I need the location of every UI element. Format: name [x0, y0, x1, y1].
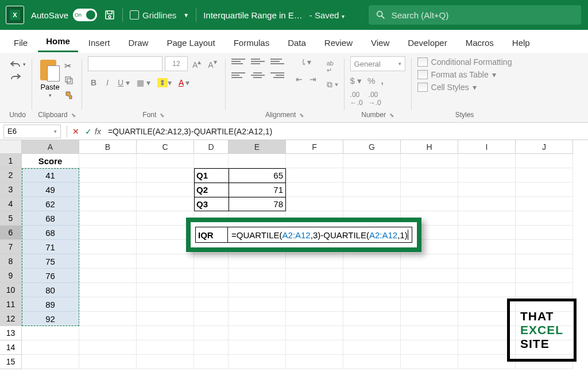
cell-J5[interactable]	[516, 211, 573, 226]
cell-F3[interactable]	[286, 183, 343, 197]
cell-H15[interactable]	[401, 355, 458, 369]
save-status[interactable]: - Saved ▾	[310, 10, 345, 20]
cell-D9[interactable]	[194, 269, 229, 283]
cell-A7[interactable]: 71	[22, 240, 79, 254]
cell-J3[interactable]	[516, 183, 573, 197]
cell-F10[interactable]	[286, 283, 343, 297]
clipboard-dialog-icon[interactable]: ⬊	[71, 112, 76, 118]
tab-help[interactable]: Help	[504, 33, 538, 52]
cell-C12[interactable]	[137, 312, 194, 326]
orientation-button[interactable]: ⤹▾	[293, 56, 319, 68]
cell-J4[interactable]	[516, 197, 573, 211]
cell-C15[interactable]	[137, 355, 194, 369]
cell-E10[interactable]	[229, 283, 286, 297]
cell-J6[interactable]	[516, 226, 573, 240]
tab-page-layout[interactable]: Page Layout	[158, 33, 223, 52]
cell-B15[interactable]	[79, 355, 137, 369]
row-header-12[interactable]: 12	[0, 312, 22, 326]
row-header-6[interactable]: 6	[0, 226, 22, 240]
cell-B5[interactable]	[79, 211, 137, 226]
fx-icon[interactable]: fx	[95, 127, 101, 136]
increase-font-button[interactable]: A▴	[190, 57, 203, 71]
cell-D8[interactable]	[194, 254, 229, 269]
column-header-I[interactable]: I	[458, 140, 516, 154]
cell-B8[interactable]	[79, 254, 137, 269]
cell-J8[interactable]	[516, 254, 573, 269]
cell-D1[interactable]	[194, 154, 229, 168]
percent-button[interactable]: %	[368, 76, 375, 86]
cell-F13[interactable]	[286, 326, 343, 340]
cell-H1[interactable]	[401, 154, 458, 168]
cell-F11[interactable]	[286, 297, 343, 312]
cell-I7[interactable]	[458, 240, 516, 254]
cell-F15[interactable]	[286, 355, 343, 369]
cell-E2[interactable]: 65	[229, 168, 286, 183]
cell-A4[interactable]: 62	[22, 197, 79, 211]
underline-button[interactable]: U ▾	[115, 77, 132, 88]
column-header-E[interactable]: E	[229, 140, 286, 154]
cell-J7[interactable]	[516, 240, 573, 254]
cell-B9[interactable]	[79, 269, 137, 283]
font-dialog-icon[interactable]: ⬊	[160, 112, 164, 118]
cell-H8[interactable]	[401, 254, 458, 269]
cell-C2[interactable]	[137, 168, 194, 183]
cell-styles-button[interactable]: Cell Styles ▾	[417, 83, 477, 92]
cell-G13[interactable]	[343, 326, 401, 340]
row-header-15[interactable]: 15	[0, 355, 22, 369]
bold-button[interactable]: B	[88, 77, 99, 88]
cell-C9[interactable]	[137, 269, 194, 283]
search-box[interactable]: Search (Alt+Q)	[369, 5, 581, 25]
cell-B2[interactable]	[79, 168, 137, 183]
cell-A1[interactable]: Score	[22, 154, 79, 168]
cell-H3[interactable]	[401, 183, 458, 197]
cell-H11[interactable]	[401, 297, 458, 312]
decrease-indent-button[interactable]: ⇤	[293, 73, 305, 85]
cell-A13[interactable]	[22, 326, 79, 340]
cell-C8[interactable]	[137, 254, 194, 269]
cell-A5[interactable]: 68	[22, 211, 79, 226]
gridlines-checkbox[interactable]: Gridlines	[130, 10, 176, 20]
font-size-selector[interactable]: 12	[165, 56, 188, 71]
cell-I2[interactable]	[458, 168, 516, 183]
tab-insert[interactable]: Insert	[80, 33, 118, 52]
cell-B11[interactable]	[79, 297, 137, 312]
cell-F12[interactable]	[286, 312, 343, 326]
cell-B13[interactable]	[79, 326, 137, 340]
cell-E15[interactable]	[229, 355, 286, 369]
cell-E3[interactable]: 71	[229, 183, 286, 197]
cancel-formula-button[interactable]: ✕	[69, 127, 82, 136]
decrease-font-button[interactable]: A▾	[206, 57, 219, 71]
border-button[interactable]: ▦ ▾	[134, 77, 153, 88]
cell-E12[interactable]	[229, 312, 286, 326]
spreadsheet-grid[interactable]: ABCDEFGHIJ 123456789101112131415 Score41…	[0, 140, 588, 369]
formula-input[interactable]: =QUARTILE(A2:A12,3)-QUARTILE(A2:A12,1)	[106, 127, 588, 136]
cell-E9[interactable]	[229, 269, 286, 283]
row-header-10[interactable]: 10	[0, 283, 22, 297]
redo-button[interactable]	[9, 72, 22, 82]
name-box[interactable]: E6▾	[3, 125, 61, 138]
tab-review[interactable]: Review	[316, 33, 361, 52]
cell-D15[interactable]	[194, 355, 229, 369]
cell-H4[interactable]	[401, 197, 458, 211]
cell-I10[interactable]	[458, 283, 516, 297]
fill-color-button[interactable]: ⬍▾	[155, 77, 174, 88]
cell-H12[interactable]	[401, 312, 458, 326]
cell-D14[interactable]	[194, 340, 229, 355]
cell-C7[interactable]	[137, 240, 194, 254]
tab-macros[interactable]: Macros	[458, 33, 502, 52]
tab-home[interactable]: Home	[38, 32, 78, 52]
number-format-selector[interactable]: General▾	[350, 56, 405, 71]
cell-C14[interactable]	[137, 340, 194, 355]
column-header-C[interactable]: C	[137, 140, 194, 154]
cell-A11[interactable]: 89	[22, 297, 79, 312]
column-header-F[interactable]: F	[286, 140, 343, 154]
column-header-D[interactable]: D	[194, 140, 229, 154]
cell-G3[interactable]	[343, 183, 401, 197]
align-left-button[interactable]	[231, 70, 245, 80]
cell-F9[interactable]	[286, 269, 343, 283]
align-bottom-button[interactable]	[270, 56, 284, 67]
cell-H10[interactable]	[401, 283, 458, 297]
cell-C4[interactable]	[137, 197, 194, 211]
cell-G2[interactable]	[343, 168, 401, 183]
confirm-formula-button[interactable]: ✓	[82, 127, 95, 136]
